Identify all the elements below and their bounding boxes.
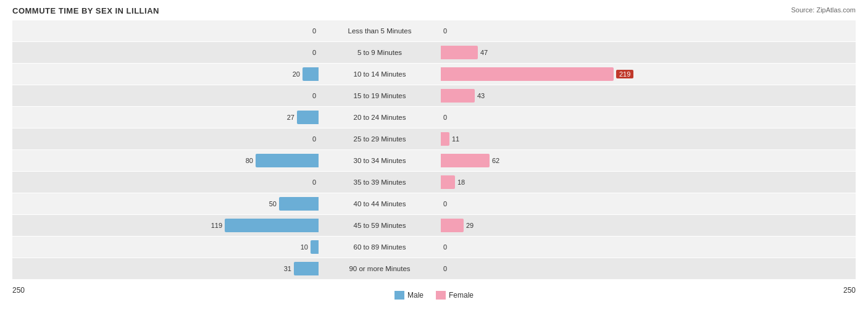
legend-female-box bbox=[436, 291, 446, 300]
female-value: 11 bbox=[452, 135, 467, 143]
bar-row: 0 5 to 9 Minutes 47 bbox=[12, 42, 856, 63]
legend-male: Male bbox=[394, 291, 424, 300]
male-value: 0 bbox=[298, 178, 316, 186]
female-bar bbox=[441, 67, 614, 81]
right-section: 43 bbox=[438, 89, 747, 103]
legend: Male Female bbox=[394, 291, 474, 300]
male-value: 31 bbox=[273, 265, 291, 272]
female-bar bbox=[441, 132, 449, 146]
label-center: 5 to 9 Minutes bbox=[321, 49, 438, 56]
bar-row: 27 20 to 24 Minutes 0 bbox=[12, 107, 856, 128]
bar-row: 31 90 or more Minutes 0 bbox=[12, 258, 856, 279]
legend-male-box bbox=[394, 291, 404, 300]
female-value: 0 bbox=[443, 27, 459, 35]
female-value: 0 bbox=[443, 265, 459, 272]
left-section: 119 bbox=[12, 219, 321, 232]
right-section: 219 bbox=[438, 67, 747, 81]
male-bar bbox=[311, 240, 319, 254]
female-bar bbox=[441, 154, 490, 167]
male-value: 80 bbox=[235, 157, 253, 164]
label-center: 30 to 34 Minutes bbox=[321, 157, 438, 164]
male-bar bbox=[297, 111, 319, 124]
chart-title: COMMUTE TIME BY SEX IN LILLIAN bbox=[12, 6, 856, 15]
label-center: 15 to 19 Minutes bbox=[321, 92, 438, 99]
right-section: 18 bbox=[438, 175, 747, 189]
right-section: 0 bbox=[438, 24, 747, 38]
left-section: 20 bbox=[12, 67, 321, 81]
bar-row: 80 30 to 34 Minutes 62 bbox=[12, 150, 856, 171]
male-bar bbox=[303, 67, 319, 81]
right-section: 47 bbox=[438, 46, 747, 59]
left-section: 0 bbox=[12, 132, 321, 146]
male-value: 10 bbox=[290, 243, 308, 251]
left-section: 0 bbox=[12, 46, 321, 59]
female-value: 43 bbox=[477, 92, 493, 99]
male-value: 50 bbox=[258, 200, 277, 208]
male-value: 119 bbox=[204, 222, 222, 229]
label-center: 10 to 14 Minutes bbox=[321, 70, 438, 78]
legend-female: Female bbox=[436, 291, 474, 300]
female-value-highlight: 219 bbox=[616, 70, 633, 78]
male-value: 20 bbox=[282, 70, 300, 78]
female-value: 62 bbox=[492, 157, 507, 164]
bars-area: 0 Less than 5 Minutes 0 0 5 to 9 Minutes… bbox=[12, 20, 856, 280]
left-section: 0 bbox=[12, 89, 321, 103]
female-value: 0 bbox=[443, 114, 459, 121]
female-value: 0 bbox=[443, 243, 459, 251]
left-section: 27 bbox=[12, 111, 321, 124]
male-bar bbox=[279, 197, 319, 211]
female-bar bbox=[441, 89, 475, 103]
male-value: 27 bbox=[276, 114, 294, 121]
right-section: 62 bbox=[438, 154, 747, 167]
left-section: 0 bbox=[12, 175, 321, 189]
label-center: 40 to 44 Minutes bbox=[321, 200, 438, 208]
label-center: 20 to 24 Minutes bbox=[321, 114, 438, 121]
female-bar bbox=[441, 219, 464, 232]
right-section: 0 bbox=[438, 111, 747, 124]
right-section: 0 bbox=[438, 197, 747, 211]
bar-row: 119 45 to 59 Minutes 29 bbox=[12, 215, 856, 236]
female-value: 47 bbox=[480, 49, 496, 56]
male-bar bbox=[225, 219, 319, 232]
source-text: Source: ZipAtlas.com bbox=[791, 6, 856, 14]
label-center: 25 to 29 Minutes bbox=[321, 135, 438, 143]
female-bar bbox=[441, 175, 455, 189]
legend-female-label: Female bbox=[449, 291, 474, 300]
male-bar bbox=[294, 262, 319, 275]
male-bar bbox=[256, 154, 319, 167]
label-center: 45 to 59 Minutes bbox=[321, 222, 438, 229]
left-section: 10 bbox=[12, 240, 321, 254]
male-value: 0 bbox=[298, 27, 316, 35]
female-value: 29 bbox=[466, 222, 482, 229]
female-value: 18 bbox=[457, 178, 473, 186]
axis-labels: 250 Male Female 250 bbox=[12, 283, 856, 303]
male-value: 0 bbox=[298, 92, 316, 99]
left-section: 0 bbox=[12, 24, 321, 38]
bar-row: 10 60 to 89 Minutes 0 bbox=[12, 237, 856, 258]
left-section: 31 bbox=[12, 262, 321, 275]
right-section: 0 bbox=[438, 240, 747, 254]
bar-row: 0 15 to 19 Minutes 43 bbox=[12, 85, 856, 106]
right-section: 29 bbox=[438, 219, 747, 232]
female-value: 0 bbox=[443, 200, 459, 208]
bar-row: 0 35 to 39 Minutes 18 bbox=[12, 172, 856, 193]
label-center: 90 or more Minutes bbox=[321, 265, 438, 272]
axis-right: 250 bbox=[825, 286, 856, 300]
right-section: 0 bbox=[438, 262, 747, 275]
label-center: 35 to 39 Minutes bbox=[321, 178, 438, 186]
male-value: 0 bbox=[298, 135, 316, 143]
bar-row: 0 25 to 29 Minutes 11 bbox=[12, 128, 856, 149]
female-bar bbox=[441, 46, 478, 59]
right-section: 11 bbox=[438, 132, 747, 146]
male-value: 0 bbox=[298, 49, 316, 56]
bar-row: 50 40 to 44 Minutes 0 bbox=[12, 193, 856, 214]
bar-row: 0 Less than 5 Minutes 0 bbox=[12, 20, 856, 41]
bar-row: 20 10 to 14 Minutes 219 bbox=[12, 64, 856, 85]
axis-left: 250 bbox=[12, 286, 43, 300]
left-section: 80 bbox=[12, 154, 321, 167]
legend-male-label: Male bbox=[407, 291, 424, 300]
chart-container: COMMUTE TIME BY SEX IN LILLIAN Source: Z… bbox=[0, 0, 868, 323]
label-center: 60 to 89 Minutes bbox=[321, 243, 438, 251]
label-center: Less than 5 Minutes bbox=[321, 27, 438, 35]
left-section: 50 bbox=[12, 197, 321, 211]
